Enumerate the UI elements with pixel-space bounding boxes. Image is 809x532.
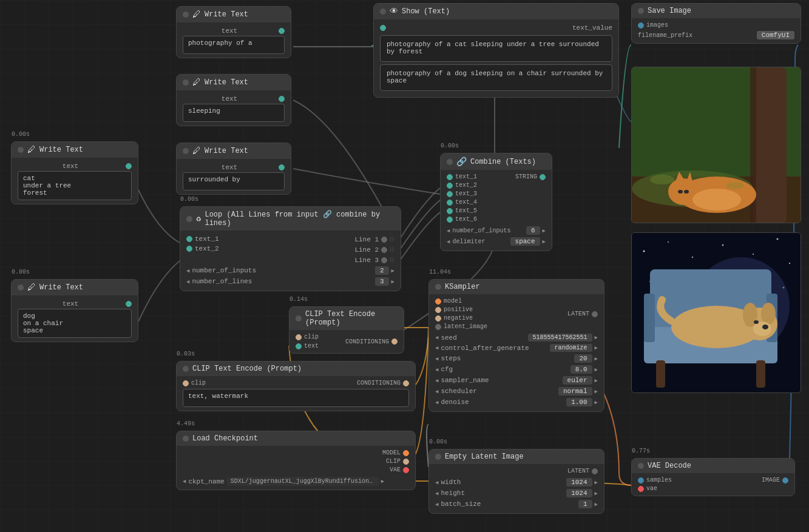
loop-lines-inc[interactable]: ▶ xyxy=(391,278,394,285)
combine-output-port[interactable] xyxy=(540,174,546,180)
vae-decode-dot xyxy=(638,463,644,469)
loop-text1-port[interactable] xyxy=(186,236,192,242)
write-text-2-output-port[interactable] xyxy=(279,96,285,102)
write-text-4-value[interactable]: surrounded by xyxy=(183,172,285,190)
ks-sched-dec[interactable]: ◀ xyxy=(435,388,438,395)
write-text-5-output-port[interactable] xyxy=(126,301,132,307)
ks-model-port[interactable] xyxy=(435,298,441,305)
vae-samples-port[interactable] xyxy=(638,477,644,483)
empty-height-value: 1024 xyxy=(566,489,592,497)
write-text-3-output-port[interactable] xyxy=(126,163,132,169)
ks-seed-label: seed xyxy=(441,334,456,342)
write-text-2-value[interactable]: sleeping xyxy=(183,104,285,122)
loop-inputs-inc[interactable]: ▶ xyxy=(391,268,394,274)
write-text-5-time: 0.00s xyxy=(12,269,30,275)
svg-point-18 xyxy=(722,244,724,246)
write-text-2-header: 🖊 Write Text xyxy=(177,75,291,90)
ks-sched-inc[interactable]: ▶ xyxy=(595,388,598,395)
svg-point-10 xyxy=(678,190,683,194)
ks-denoise-label: denoise xyxy=(441,399,469,406)
ks-seed-dec[interactable]: ◀ xyxy=(435,334,438,341)
ks-ctrl-inc[interactable]: ▶ xyxy=(595,345,598,351)
clip2-clip-port[interactable] xyxy=(183,380,189,386)
save-filename-label: filename_prefix xyxy=(638,32,692,39)
clip1-text-port[interactable] xyxy=(296,343,302,349)
ks-steps-inc[interactable]: ▶ xyxy=(595,355,598,362)
ckpt-clip-port[interactable] xyxy=(403,459,409,465)
loop-line1-port[interactable] xyxy=(381,237,387,243)
ks-output-port[interactable] xyxy=(592,311,598,317)
write-text-5-value[interactable]: dog on a chair space xyxy=(18,309,132,338)
combine-inputs-row: ◀ number_of_inputs 6 ▶ xyxy=(447,225,546,236)
empty-latent-output-port[interactable] xyxy=(592,468,598,474)
show-text-display-1: photography of a cat sleeping under a tr… xyxy=(380,35,612,62)
loop-line2-port[interactable] xyxy=(381,247,387,253)
ks-model-label: model xyxy=(444,298,462,305)
ks-latent-port[interactable] xyxy=(435,324,441,330)
ks-denoise-dec[interactable]: ◀ xyxy=(435,399,438,406)
write-text-4-header: 🖊 Write Text xyxy=(177,143,291,159)
show-text-port-label: text_value xyxy=(572,24,612,32)
ksampler-dot xyxy=(435,284,441,290)
svg-point-16 xyxy=(668,241,669,243)
combine-text1-label: text_1 xyxy=(455,173,477,180)
ckpt-clip-label: CLIP xyxy=(386,458,401,465)
ckpt-name-value[interactable]: SDXL/juggernautXL_juggXlByRundiffusion.s… xyxy=(227,477,379,486)
combine-text6-port[interactable] xyxy=(447,217,453,223)
ks-cfg-dec[interactable]: ◀ xyxy=(435,366,438,373)
loop-line3-label: Line 3 xyxy=(354,257,379,264)
write-text-4-output-port[interactable] xyxy=(279,164,285,170)
show-text-input-port[interactable] xyxy=(380,25,386,31)
empty-width-dec[interactable]: ◀ xyxy=(435,479,438,486)
empty-batch-inc[interactable]: ▶ xyxy=(595,501,598,508)
combine-text2-port[interactable] xyxy=(447,183,453,189)
ks-denoise-inc[interactable]: ▶ xyxy=(595,399,598,406)
ckpt-vae-port[interactable] xyxy=(403,467,409,473)
save-images-port[interactable] xyxy=(638,22,644,29)
combine-text3-port[interactable] xyxy=(447,191,453,197)
ckpt-name-inc[interactable]: ▶ xyxy=(381,478,384,485)
combine-inputs-dec[interactable]: ◀ xyxy=(447,227,450,234)
clip1-clip-port[interactable] xyxy=(296,334,302,340)
ks-steps-dec[interactable]: ◀ xyxy=(435,355,438,362)
combine-text4-label: text_4 xyxy=(455,199,477,206)
combine-text5-port[interactable] xyxy=(447,208,453,214)
empty-height-dec[interactable]: ◀ xyxy=(435,490,438,497)
empty-height-inc[interactable]: ▶ xyxy=(595,490,598,497)
empty-latent-title: Empty Latent Image xyxy=(445,453,524,461)
ks-sampler-inc[interactable]: ▶ xyxy=(595,377,598,384)
ks-seed-inc[interactable]: ▶ xyxy=(595,334,598,341)
empty-batch-dec[interactable]: ◀ xyxy=(435,501,438,508)
write-text-1-port-row: text xyxy=(183,26,285,36)
clip2-output-port[interactable] xyxy=(403,380,409,386)
combine-delim-dec[interactable]: ◀ xyxy=(447,238,450,245)
save-filename-value[interactable]: ComfyUI xyxy=(757,31,794,39)
ks-sampler-dec[interactable]: ◀ xyxy=(435,377,438,384)
loop-lines-dec[interactable]: ◀ xyxy=(186,278,189,285)
combine-delim-inc[interactable]: ▶ xyxy=(543,238,546,245)
ks-negative-port[interactable] xyxy=(435,315,441,322)
write-text-1-header: 🖊 Write Text xyxy=(177,7,291,22)
loop-text2-port[interactable] xyxy=(186,246,192,252)
empty-width-inc[interactable]: ▶ xyxy=(595,479,598,486)
ks-cfg-inc[interactable]: ▶ xyxy=(595,366,598,373)
ks-ctrl-dec[interactable]: ◀ xyxy=(435,345,438,351)
ckpt-model-port[interactable] xyxy=(403,450,409,456)
vae-output-port[interactable] xyxy=(782,477,788,483)
write-text-1-value[interactable]: photography of a xyxy=(183,36,285,54)
loop-inputs-dec[interactable]: ◀ xyxy=(186,268,189,274)
write-text-2-port-row: text xyxy=(183,94,285,104)
loop-line3-port[interactable] xyxy=(381,257,387,263)
ckpt-name-dec[interactable]: ◀ xyxy=(183,478,186,485)
ksampler-node: 11.04s KSampler model positive xyxy=(428,279,604,412)
write-text-3-value[interactable]: cat under a tree forest xyxy=(18,171,132,200)
vae-samples-label: samples xyxy=(646,477,672,483)
vae-vae-port[interactable] xyxy=(638,486,644,492)
combine-text1-port[interactable] xyxy=(447,174,453,180)
ks-positive-port[interactable] xyxy=(435,307,441,313)
combine-inputs-inc[interactable]: ▶ xyxy=(543,227,546,234)
combine-text4-port[interactable] xyxy=(447,200,453,206)
write-text-1-output-port[interactable] xyxy=(279,28,285,34)
clip-encode-2-value[interactable]: text, watermark xyxy=(183,389,409,407)
clip1-output-port[interactable] xyxy=(391,338,398,345)
